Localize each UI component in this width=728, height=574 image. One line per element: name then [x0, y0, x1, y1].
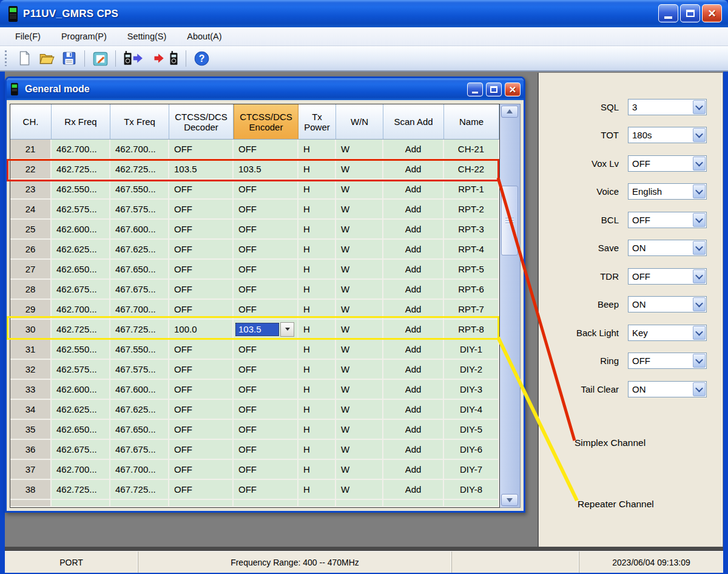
cell-scan[interactable]: Add	[383, 440, 444, 460]
table-row[interactable]: 25462.600...467.600...OFFOFFHWAddRPT-3	[10, 220, 499, 240]
table-row[interactable]: 38462.725...467.725...OFFOFFHWAddDIY-8	[10, 480, 499, 500]
cell-scan[interactable]: Add	[383, 420, 444, 440]
table-row[interactable]: 32462.575...467.575...OFFOFFHWAddDIY-2	[10, 360, 499, 380]
column-header-tx[interactable]: Tx Freq	[110, 104, 169, 139]
cell-rx[interactable]: 462.550...	[52, 340, 110, 360]
cell-tx[interactable]: 467.575...	[110, 360, 169, 380]
cell-wn[interactable]: W	[336, 180, 383, 200]
menu-item-file[interactable]: File(F)	[5, 27, 51, 46]
column-header-name[interactable]: Name	[444, 104, 499, 139]
cell-wn[interactable]: W	[336, 280, 383, 300]
cell-enc[interactable]: OFF	[234, 460, 298, 480]
cell-ch[interactable]: 36	[10, 440, 52, 460]
cell-pw[interactable]: H	[298, 200, 336, 220]
cell-scan[interactable]: Add	[383, 340, 444, 360]
menu-item-about[interactable]: About(A)	[177, 27, 232, 46]
cell-tx[interactable]: 467.600...	[110, 220, 169, 240]
table-row[interactable]: 21462.700...462.700...OFFOFFHWAddCH-21	[10, 140, 499, 160]
cell-ch[interactable]: 32	[10, 360, 52, 380]
cell-rx[interactable]: 462.625...	[52, 400, 110, 420]
cell-scan[interactable]: Add	[383, 240, 444, 260]
cell-tx[interactable]: 467.575...	[110, 200, 169, 220]
cell-ch[interactable]: 27	[10, 260, 52, 280]
cell-wn[interactable]: W	[336, 220, 383, 240]
save-combobox[interactable]: ON	[628, 240, 707, 256]
cell-enc[interactable]: OFF	[234, 440, 298, 460]
cell-name[interactable]: CH-21	[444, 140, 499, 160]
cell-dec[interactable]: OFF	[169, 220, 234, 240]
sql-combobox[interactable]: 3	[628, 99, 707, 115]
cell-enc[interactable]: OFF	[234, 260, 298, 280]
cell-pw[interactable]: H	[298, 400, 336, 420]
help-button[interactable]: ?	[192, 49, 211, 68]
cell-rx[interactable]: 462.575...	[52, 360, 110, 380]
cell-rx[interactable]: 462.725...	[52, 480, 110, 500]
cell-name[interactable]: DIY-1	[444, 340, 499, 360]
cell-enc[interactable]: OFF	[234, 140, 298, 160]
bcl-combobox[interactable]: OFF	[628, 212, 707, 228]
save-dropdown-button[interactable]	[693, 241, 706, 255]
cell-pw[interactable]: H	[298, 260, 336, 280]
cell-wn[interactable]: W	[336, 440, 383, 460]
cell-tx[interactable]: 467.650...	[110, 260, 169, 280]
cell-dec[interactable]: OFF	[169, 440, 234, 460]
cell-scan[interactable]: Add	[383, 260, 444, 280]
cell-wn[interactable]: W	[336, 200, 383, 220]
cell-dec[interactable]: OFF	[169, 360, 234, 380]
column-header-dec[interactable]: CTCSS/DCS Decoder	[169, 104, 234, 139]
new-file-button[interactable]	[15, 49, 34, 68]
close-button[interactable]: ✕	[702, 4, 722, 22]
cell-dec[interactable]: OFF	[169, 260, 234, 280]
column-header-wn[interactable]: W/N	[336, 104, 383, 139]
cell-tx[interactable]: 467.625...	[110, 240, 169, 260]
cell-dec[interactable]: OFF	[169, 240, 234, 260]
cell-wn[interactable]: W	[336, 480, 383, 500]
cell-dec[interactable]: OFF	[169, 340, 234, 360]
cell-ch[interactable]: 28	[10, 280, 52, 300]
column-header-enc[interactable]: CTCSS/DCS Encoder	[234, 104, 298, 139]
cell-name[interactable]: DIY-5	[444, 420, 499, 440]
cell-name[interactable]: DIY-3	[444, 380, 499, 400]
cell-name[interactable]: RPT-3	[444, 220, 499, 240]
ring-combobox[interactable]: OFF	[628, 353, 707, 369]
cell-wn[interactable]: W	[336, 400, 383, 420]
cell-name[interactable]: RPT-4	[444, 240, 499, 260]
table-row[interactable]: 23462.550...467.550...OFFOFFHWAddRPT-1	[10, 180, 499, 200]
cell-scan[interactable]: Add	[383, 380, 444, 400]
edit-channel-button[interactable]	[90, 49, 110, 68]
cell-rx[interactable]: 462.600...	[52, 220, 110, 240]
cell-rx[interactable]: 462.675...	[52, 440, 110, 460]
cell-enc[interactable]: OFF	[234, 280, 298, 300]
toolbar-grip[interactable]	[5, 50, 7, 66]
table-row[interactable]: 35462.650...467.650...OFFOFFHWAddDIY-5	[10, 420, 499, 440]
cell-name[interactable]: RPT-2	[444, 200, 499, 220]
cell-wn[interactable]: W	[336, 460, 383, 480]
cell-dec[interactable]: OFF	[169, 140, 234, 160]
cell-pw[interactable]: H	[298, 240, 336, 260]
cell-enc[interactable]: OFF	[234, 340, 298, 360]
cell-scan[interactable]: Add	[383, 480, 444, 500]
cell-enc[interactable]: OFF	[234, 220, 298, 240]
cell-dec[interactable]: OFF	[169, 460, 234, 480]
cell-name[interactable]: RPT-1	[444, 180, 499, 200]
cell-dec[interactable]: OFF	[169, 380, 234, 400]
column-header-rx[interactable]: Rx Freq	[52, 104, 110, 139]
open-file-button[interactable]	[37, 49, 56, 68]
cell-wn[interactable]: W	[336, 140, 383, 160]
cell-wn[interactable]: W	[336, 260, 383, 280]
cell-scan[interactable]: Add	[383, 180, 444, 200]
cell-ch[interactable]: 25	[10, 220, 52, 240]
cell-dec[interactable]: OFF	[169, 280, 234, 300]
cell-enc[interactable]: OFF	[234, 420, 298, 440]
beep-dropdown-button[interactable]	[693, 297, 706, 311]
cell-ch[interactable]: 37	[10, 460, 52, 480]
table-scrollbar[interactable]	[500, 104, 521, 508]
general-mode-titlebar[interactable]: General mode ✕	[7, 78, 524, 100]
tot-dropdown-button[interactable]	[693, 128, 706, 142]
tail-clear-dropdown-button[interactable]	[693, 382, 706, 396]
cell-wn[interactable]: W	[336, 240, 383, 260]
cell-ch[interactable]: 21	[10, 140, 52, 160]
scrollbar-thumb[interactable]	[501, 186, 518, 255]
vox-lv-dropdown-button[interactable]	[693, 157, 706, 171]
ring-dropdown-button[interactable]	[693, 354, 706, 368]
